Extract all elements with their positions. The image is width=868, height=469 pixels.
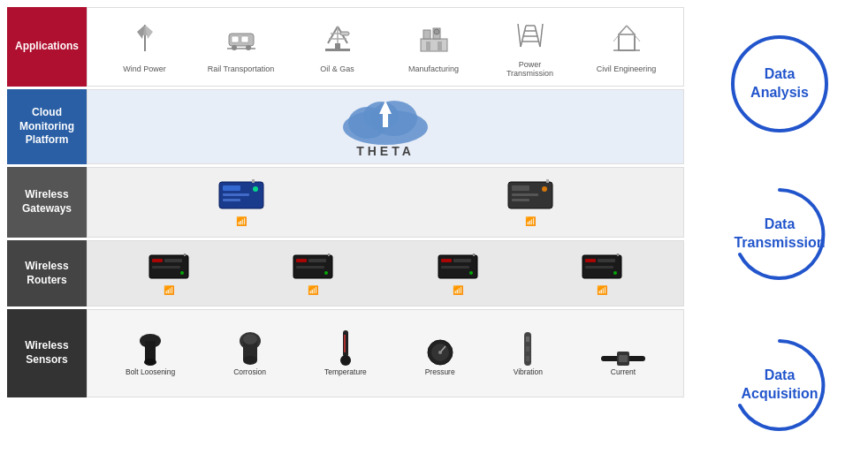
router-2: 📶 xyxy=(293,253,333,295)
applications-label: Applications xyxy=(7,7,87,87)
data-analysis-badge: Data Analysis xyxy=(731,35,828,132)
civil-icon xyxy=(610,21,643,61)
data-acquisition-label: Data Acquisition xyxy=(741,367,818,404)
bolt-label: Bolt Loosening xyxy=(126,367,175,376)
svg-rect-54 xyxy=(512,199,529,201)
svg-rect-62 xyxy=(184,253,186,256)
sensors-label: Wireless Sensors xyxy=(7,309,87,397)
sensors-row: Wireless Sensors Bolt Loosening xyxy=(7,309,684,397)
app-item-power: Power Transmission xyxy=(495,17,566,78)
svg-rect-53 xyxy=(512,193,538,196)
router-3: 📶 xyxy=(438,253,478,295)
app-item-oil: Oil & Gas xyxy=(302,21,373,73)
gateways-content: 📶 📶 xyxy=(87,167,684,238)
svg-rect-21 xyxy=(426,42,430,51)
svg-rect-19 xyxy=(423,30,430,39)
cloud-row: Cloud Monitoring Platform THETA xyxy=(7,89,684,164)
svg-point-49 xyxy=(253,186,258,192)
svg-rect-46 xyxy=(223,185,240,191)
svg-rect-48 xyxy=(223,199,240,201)
svg-rect-58 xyxy=(152,259,163,262)
wifi-icon-r2: 📶 xyxy=(308,285,318,295)
corrosion-label: Corrosion xyxy=(233,367,266,376)
wifi-icon-r4: 📶 xyxy=(597,285,607,295)
app-item-civil: Civil Engineering xyxy=(591,21,662,73)
svg-line-38 xyxy=(613,26,627,42)
svg-rect-50 xyxy=(252,179,255,183)
router-device-3 xyxy=(438,253,478,281)
cloud-icon-wrap: THETA xyxy=(337,96,434,158)
cloud-svg xyxy=(337,96,434,148)
svg-rect-56 xyxy=(546,179,549,183)
gateways-label: Wireless Gateways xyxy=(7,167,87,238)
svg-rect-59 xyxy=(164,259,182,262)
routers-content: 📶 📶 xyxy=(87,240,684,306)
gateways-row: Wireless Gateways 📶 xyxy=(7,167,684,238)
bolt-sensor-icon xyxy=(137,332,164,366)
gateway-1: 📶 xyxy=(218,178,264,226)
routers-devices: 📶 📶 xyxy=(96,253,674,295)
svg-rect-101 xyxy=(619,355,628,362)
svg-point-43 xyxy=(363,102,399,130)
svg-point-61 xyxy=(180,271,184,275)
router-device-4 xyxy=(582,253,622,281)
app-item-wind-power: Wind Power xyxy=(110,21,180,73)
routers-row: Wireless Routers 📶 xyxy=(7,240,684,306)
power-label: Power Transmission xyxy=(495,60,566,78)
pressure-sensor-icon xyxy=(426,339,454,366)
svg-rect-5 xyxy=(232,36,239,42)
oil-icon xyxy=(321,21,354,61)
routers-label: Wireless Routers xyxy=(7,240,87,306)
theta-label: THETA xyxy=(356,144,415,158)
wifi-icon-gw2: 📶 xyxy=(525,216,536,226)
gateway-device-2 xyxy=(507,178,553,212)
vibration-label: Vibration xyxy=(514,367,543,376)
cloud-label: Cloud Monitoring Platform xyxy=(7,89,87,164)
svg-rect-77 xyxy=(598,259,615,262)
data-acquisition-arc: Data Acquisition xyxy=(731,337,828,434)
svg-rect-78 xyxy=(585,266,613,269)
svg-rect-72 xyxy=(441,266,469,269)
data-transmission-label: Data Transmission xyxy=(734,216,825,253)
sensor-vibration: Vibration xyxy=(514,332,543,376)
sensor-corrosion: Corrosion xyxy=(233,330,266,376)
svg-point-23 xyxy=(434,29,439,34)
gateway-2: 📶 xyxy=(507,178,553,226)
current-sensor-icon xyxy=(601,352,645,366)
svg-rect-52 xyxy=(512,185,529,191)
cloud-content: THETA xyxy=(87,89,684,164)
svg-rect-98 xyxy=(526,356,529,361)
svg-point-73 xyxy=(469,271,473,275)
current-label: Current xyxy=(611,367,636,376)
app-item-rail: Rail Transportation xyxy=(206,21,277,73)
gateway-device-1 xyxy=(218,178,264,212)
rail-label: Rail Transportation xyxy=(208,64,275,73)
svg-rect-17 xyxy=(340,32,349,35)
manufacturing-icon xyxy=(417,21,451,61)
right-panel: Data Analysis Data Transmission Data Acq… xyxy=(691,0,868,469)
svg-point-67 xyxy=(324,271,328,275)
sensor-pressure: Pressure xyxy=(425,339,455,376)
app-item-manufacturing: Manufacturing xyxy=(399,21,469,73)
svg-rect-97 xyxy=(526,346,529,352)
corrosion-sensor-icon xyxy=(237,330,263,366)
rail-icon xyxy=(225,21,258,61)
router-1: 📶 xyxy=(148,253,189,295)
data-transmission-arc: Data Transmission xyxy=(731,185,828,283)
svg-rect-65 xyxy=(308,259,326,262)
applications-row: Applications Wind Power xyxy=(7,7,684,87)
manufacturing-label: Manufacturing xyxy=(408,64,459,73)
svg-line-30 xyxy=(518,24,521,47)
svg-line-39 xyxy=(627,26,640,42)
svg-rect-71 xyxy=(453,259,471,262)
svg-rect-66 xyxy=(296,266,324,269)
svg-rect-22 xyxy=(438,42,442,51)
power-icon xyxy=(514,17,547,57)
svg-point-87 xyxy=(243,334,257,344)
svg-point-7 xyxy=(232,45,237,50)
svg-rect-90 xyxy=(344,335,346,352)
svg-point-86 xyxy=(243,356,257,365)
router-device-2 xyxy=(293,253,333,281)
svg-line-11 xyxy=(328,26,338,43)
sensors-devices: Bolt Loosening Corrosion xyxy=(96,330,674,376)
